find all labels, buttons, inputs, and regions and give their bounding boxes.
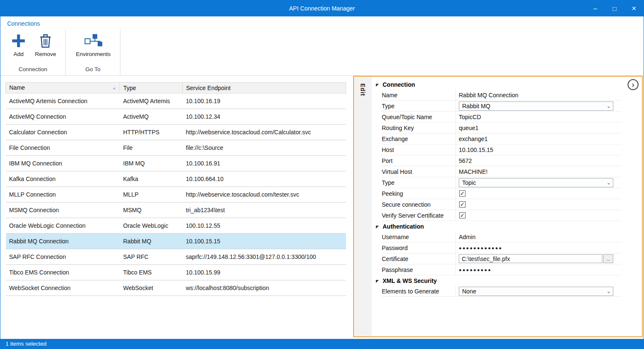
cell-type[interactable]: IBM MQ	[120, 156, 183, 171]
cell-type[interactable]: HTTP/HTTPS	[120, 125, 183, 140]
cell-endpoint[interactable]: http://webservice.toscacloud.com/Calcula…	[183, 125, 346, 140]
cell-name[interactable]: File Connection	[6, 140, 120, 156]
add-button[interactable]: Add	[6, 30, 31, 58]
property-row-certificate: Certificate C:\test\sec_file.pfx ...	[382, 253, 622, 264]
section-header-xml-ws-security[interactable]: XML & WS Security	[376, 275, 622, 286]
maximize-button[interactable]: □	[605, 0, 624, 16]
collapse-triangle-icon	[376, 84, 379, 87]
secure-connection-checkbox[interactable]: ✓	[459, 201, 466, 208]
password-value[interactable]: ●●●●●●●●●●●●	[459, 245, 503, 250]
cell-endpoint[interactable]: file://c:\Source	[183, 140, 346, 156]
cell-endpoint[interactable]: http://webservice.toscacloud.com/tester.…	[183, 187, 346, 202]
table-row[interactable]: MSMQ Connection MSMQ tri_ab1234\test	[6, 202, 346, 218]
collapse-panel-button[interactable]: ›	[628, 79, 639, 90]
cell-name[interactable]: SAP RFC Connection	[6, 249, 120, 265]
elements-to-generate-dropdown[interactable]: None ⌄	[459, 287, 613, 296]
table-row[interactable]: SAP RFC Connection SAP RFC saprfc://149.…	[6, 249, 346, 265]
cell-type[interactable]: Oracle WebLogic	[120, 218, 183, 234]
cell-name[interactable]: IBM MQ Connection	[6, 156, 120, 171]
peeking-checkbox[interactable]: ✓	[459, 190, 466, 197]
ribbon-group-connection: Add Remove Con	[0, 29, 66, 75]
tab-connections[interactable]: Connections	[7, 20, 40, 27]
close-button[interactable]: ✕	[624, 0, 644, 16]
cell-endpoint[interactable]: 10.100.16.19	[183, 93, 346, 109]
routing-key-value[interactable]: queue1	[459, 125, 479, 131]
cell-type[interactable]: WebSocket	[120, 280, 183, 296]
cell-name[interactable]: ActiveMQ Connection	[6, 109, 120, 125]
group-label-connection: Connection	[1, 65, 64, 75]
cell-endpoint[interactable]: 10.100.15.15	[183, 234, 346, 249]
column-header-endpoint[interactable]: Service Endpoint	[183, 83, 346, 93]
browse-button[interactable]: ...	[603, 254, 613, 263]
cell-name[interactable]: Oracle WebLogic Connection	[6, 218, 120, 234]
main-area: Name ▲ Type Service Endpoint ActiveMQ Ar…	[0, 76, 644, 339]
cell-type[interactable]: Rabbit MQ	[120, 234, 183, 249]
name-value[interactable]: Rabbit MQ Connection	[459, 92, 519, 99]
tab-edit[interactable]: Edit	[359, 83, 366, 96]
section-header-authentication[interactable]: Authentication	[376, 221, 622, 232]
table-row[interactable]: ActiveMQ Artemis Connection ActiveMQ Art…	[6, 93, 346, 109]
collapse-triangle-icon	[376, 280, 379, 283]
table-row[interactable]: Calculator Connection HTTP/HTTPS http://…	[6, 125, 346, 140]
cell-endpoint[interactable]: saprfc://149.148.12.56:3301@127.0.0.1:33…	[183, 249, 346, 265]
cell-endpoint[interactable]: tri_ab1234\test	[183, 202, 346, 218]
cell-type[interactable]: Tibco EMS	[120, 265, 183, 280]
queue-topic-value[interactable]: TopicCD	[459, 114, 481, 120]
table-row[interactable]: ActiveMQ Connection ActiveMQ 10.100.12.3…	[6, 109, 346, 125]
table-row[interactable]: MLLP Connection MLLP http://webservice.t…	[6, 187, 346, 202]
cell-endpoint[interactable]: 100.10.12.55	[183, 218, 346, 234]
table-row[interactable]: File Connection File file://c:\Source	[6, 140, 346, 156]
property-row-peeking: Peeking ✓	[382, 188, 622, 199]
cell-endpoint[interactable]: 10.100.16.91	[183, 156, 346, 171]
close-icon: ✕	[631, 5, 636, 12]
column-header-name[interactable]: Name ▲	[6, 83, 120, 93]
cell-type[interactable]: MLLP	[120, 187, 183, 202]
type-dropdown[interactable]: Rabbit MQ ⌄	[459, 101, 613, 111]
port-value[interactable]: 5672	[459, 157, 472, 164]
property-row-virtual-host: Virtual Host MACHINE!	[382, 166, 622, 177]
cell-name[interactable]: Kafka Connection	[6, 171, 120, 187]
property-row-passphrase: Passphrase ●●●●●●●●●	[382, 264, 622, 275]
cell-name[interactable]: WebSocket Connection	[6, 280, 120, 296]
remove-button[interactable]: Remove	[31, 30, 60, 58]
table-row[interactable]: Kafka Connection Kafka 10.100.664.10	[6, 171, 346, 187]
column-header-type[interactable]: Type	[120, 83, 183, 93]
cell-endpoint[interactable]: 10.100.12.34	[183, 109, 346, 125]
cell-name[interactable]: Calculator Connection	[6, 125, 120, 140]
check-icon: ✓	[460, 190, 465, 197]
virtual-host-value[interactable]: MACHINE!	[459, 168, 487, 175]
cell-type[interactable]: File	[120, 140, 183, 156]
exchange-value[interactable]: exchange1	[459, 136, 488, 142]
property-row-elements-to-generate: Elements to Generate None ⌄	[382, 286, 622, 297]
verify-certificate-checkbox[interactable]: ✓	[459, 212, 466, 218]
table-row[interactable]: WebSocket Connection WebSocket ws://loca…	[6, 280, 346, 296]
cell-name[interactable]: MLLP Connection	[6, 187, 120, 202]
cell-endpoint[interactable]: 10.100.664.10	[183, 171, 346, 187]
maximize-icon: □	[612, 5, 616, 12]
certificate-input[interactable]: C:\test\sec_file.pfx	[459, 254, 602, 263]
cell-type[interactable]: ActiveMQ	[120, 109, 183, 125]
table-row[interactable]: Tibco EMS Connection Tibco EMS 10.100.15…	[6, 265, 346, 280]
table-row[interactable]: Oracle WebLogic Connection Oracle WebLog…	[6, 218, 346, 234]
section-header-connection[interactable]: Connection	[376, 79, 622, 90]
add-button-label: Add	[13, 51, 24, 57]
cell-name[interactable]: MSMQ Connection	[6, 202, 120, 218]
environments-button[interactable]: Environments	[72, 30, 115, 58]
title-bar[interactable]: API Connection Manager ─ □ ✕	[0, 0, 644, 16]
table-row[interactable]: IBM MQ Connection IBM MQ 10.100.16.91	[6, 156, 346, 171]
cell-type[interactable]: MSMQ	[120, 202, 183, 218]
cell-type[interactable]: SAP RFC	[120, 249, 183, 265]
cell-name[interactable]: Tibco EMS Connection	[6, 265, 120, 280]
cell-name[interactable]: ActiveMQ Artemis Connection	[6, 93, 120, 109]
queue-type-dropdown[interactable]: Topic ⌄	[459, 178, 613, 187]
table-row-selected[interactable]: Rabbit MQ Connection Rabbit MQ 10.100.15…	[6, 234, 346, 249]
cell-endpoint[interactable]: 10.100.15.99	[183, 265, 346, 280]
passphrase-value[interactable]: ●●●●●●●●●	[459, 267, 492, 272]
cell-endpoint[interactable]: ws://localhost:8080/subscription	[183, 280, 346, 296]
cell-type[interactable]: ActiveMQ Artemis	[120, 93, 183, 109]
cell-type[interactable]: Kafka	[120, 171, 183, 187]
cell-name[interactable]: Rabbit MQ Connection	[6, 234, 120, 249]
username-value[interactable]: Admin	[459, 234, 476, 240]
host-value[interactable]: 10.100.15.15	[459, 147, 493, 153]
minimize-button[interactable]: ─	[585, 0, 605, 16]
